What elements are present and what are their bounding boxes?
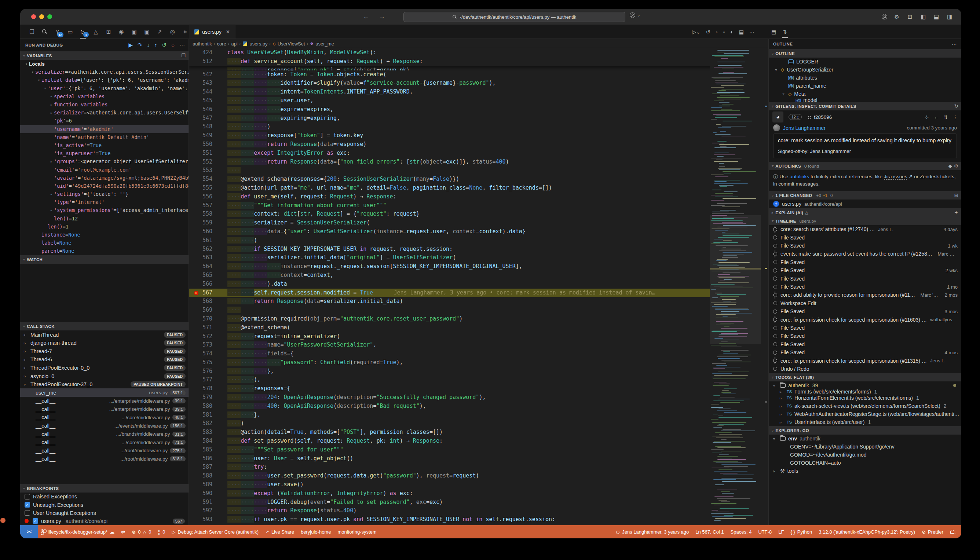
variable-row[interactable]: ▹'system_permissions' = ['access_admin_i… <box>20 206 188 214</box>
code-line[interactable]: 564················instance=request._req… <box>189 262 768 271</box>
editor-action-icon[interactable]: ⋯ <box>749 29 755 35</box>
line-number[interactable]: 563 <box>189 253 212 262</box>
call-stack-frame[interactable]: __call__.../root/middleware.py318:1 <box>20 455 188 463</box>
github-icon[interactable]: ◉ <box>118 28 125 36</box>
checkbox[interactable]: ✓ <box>25 502 30 508</box>
section-timeline[interactable]: ▿TIMELINE users.py <box>769 217 961 225</box>
section-autolinks[interactable]: ▿AUTOLINKS 0 found ◆ ⚙ <box>769 162 961 170</box>
section-breakpoints[interactable]: ▿BREAKPOINTS <box>20 484 188 493</box>
line-number[interactable]: 592 <box>189 507 212 515</box>
gitlens-graph-tab-icon[interactable]: ⇅ <box>783 29 787 35</box>
code-line[interactable]: 582····) <box>189 419 768 428</box>
line-number[interactable]: 569 <box>189 306 212 315</box>
history-forward-icon[interactable]: → <box>379 13 385 20</box>
variable-row[interactable]: 'avatar' = 'data:image/svg+xml;base64,PH… <box>20 174 188 182</box>
jira-issues-link[interactable]: Jira issues <box>884 174 907 180</box>
call-stack-thread[interactable]: ▹Thread-7PAUSED <box>20 347 188 355</box>
autolinks-link[interactable]: autolinks <box>790 174 809 179</box>
outline-item[interactable]: LOGGER <box>769 58 961 66</box>
line-number[interactable]: 585 <box>189 446 212 454</box>
call-stack-thread[interactable]: ▹asyncio_0PAUSED <box>20 372 188 380</box>
source-control-icon[interactable]: Y12 <box>54 28 61 36</box>
code-line[interactable]: 590········except (ValidationError, Inte… <box>189 489 768 498</box>
timeline-item[interactable]: File Saved1 mo <box>769 283 961 291</box>
line-number[interactable]: 593 <box>189 515 212 524</box>
statusbar-indentation[interactable]: Spaces: 4 <box>727 525 755 538</box>
line-number[interactable]: 547 <box>189 114 212 123</box>
code-line[interactable]: 551········except IntegrityError as exc: <box>189 149 768 158</box>
code-line[interactable]: 591············LOGGER.debug(event="Faile… <box>189 498 768 507</box>
outline-item[interactable]: [@]attributes <box>769 74 961 82</box>
code-line[interactable]: 568········return Response(data=serializ… <box>189 297 768 306</box>
continue-icon[interactable]: ▶ <box>128 42 133 48</box>
command-center-search[interactable]: ~/dev/authentik/authentik/core/api/users… <box>403 12 625 22</box>
code-line[interactable]: 549············response["token"] = token… <box>189 131 768 140</box>
code-line[interactable]: 563············serializer.initial_data["… <box>189 253 768 262</box>
code-line[interactable]: 584····def set_password(self, request: R… <box>189 437 768 446</box>
code-line[interactable]: 581········}, <box>189 411 768 420</box>
breadcrumb-item[interactable]: UserViewSet <box>278 41 305 47</box>
statusbar-beryjuio-home[interactable]: beryjuio-home <box>297 525 334 538</box>
account-icon[interactable] <box>882 14 887 20</box>
timeline-item[interactable]: core: fix permission check for scoped im… <box>769 357 961 365</box>
variable-row[interactable]: parent = None <box>20 247 188 255</box>
variable-row[interactable]: 'type' = 'internal' <box>20 198 188 206</box>
line-number[interactable]: 572 <box>189 332 212 341</box>
code-line[interactable]: 567········self.request.session.modified… <box>189 288 768 297</box>
variable-row[interactable]: ▿'user' = {'pk': 6, 'username': 'akadmin… <box>20 84 188 92</box>
line-number[interactable]: 584 <box>189 437 212 446</box>
remote-explorer-icon[interactable]: ▭ <box>67 28 74 36</box>
line-number[interactable]: 546 <box>189 105 212 114</box>
breakpoint-row[interactable]: ✓users.pyauthentik/core/api567 <box>20 517 188 525</box>
code-line[interactable]: 575················"password": CharField… <box>189 358 768 367</box>
timeline-item[interactable]: File Saved <box>769 340 961 348</box>
line-number[interactable]: 424 <box>189 48 212 57</box>
line-number[interactable]: 559 <box>189 218 212 227</box>
extension-box-icon[interactable]: ▣ <box>130 28 138 36</box>
changed-file-row[interactable]: ± users.py authentik/core/api <box>769 200 961 208</box>
env-row[interactable]: ▿envauthentik <box>769 435 961 443</box>
timeline-item[interactable]: events: make sure password set event has… <box>769 250 961 258</box>
line-number[interactable]: 568 <box>189 297 212 306</box>
variable-row[interactable]: ▹serializer = <authentik.core.api.users.… <box>20 108 188 117</box>
todo-file-row[interactable]: ▹TSHorizontalFormElement.ts (web/src/ele… <box>769 394 961 402</box>
code-line[interactable]: 543················identifier=slugify(va… <box>189 79 768 88</box>
line-number[interactable]: 552 <box>189 158 212 167</box>
section-gitlens[interactable]: ▿GITLENS: INSPECT: COMMIT DETAILS ↻ <box>769 102 961 110</box>
copilot-icon[interactable] <box>630 12 635 18</box>
code-line[interactable]: 550············return Response(data=resp… <box>189 140 768 149</box>
line-number[interactable]: 580 <box>189 402 212 411</box>
run-and-debug-icon[interactable]: ▷1 <box>79 28 87 36</box>
vertical-scrollbar[interactable] <box>761 48 768 525</box>
variable-row[interactable]: 'name' = 'authentik Default Admin' <box>20 133 188 141</box>
gitlens-logo-icon[interactable]: ◕ <box>772 112 783 122</box>
outline-item[interactable]: [@]parent_name <box>769 82 961 90</box>
line-number[interactable]: 589 <box>189 480 212 489</box>
disconnect-icon[interactable]: ◌ <box>171 42 175 48</box>
call-stack-thread[interactable]: ▹MainThreadPAUSED <box>20 330 188 339</box>
code-line[interactable]: 576············}, <box>189 367 768 376</box>
call-stack-frame[interactable]: user_meusers.py567:1 <box>20 388 188 397</box>
code-line[interactable]: 562········if SESSION_KEY_IMPERSONATE_US… <box>189 245 768 254</box>
code-line[interactable]: 571····@extend_schema( <box>189 323 768 332</box>
sparkle-icon[interactable]: ✦ <box>954 210 958 215</box>
view-options-icon[interactable]: ⊟ <box>954 193 958 198</box>
code-line[interactable]: 578········responses={ <box>189 384 768 393</box>
line-number[interactable]: 545 <box>189 97 212 105</box>
checkbox[interactable] <box>25 510 30 516</box>
variable-row[interactable]: label = None <box>20 239 188 247</box>
section-explain-ai[interactable]: ▹EXPLAIN (AI) △ ✦ <box>769 208 961 217</box>
line-number[interactable]: 587 <box>189 463 212 472</box>
call-stack-thread[interactable]: ▿ThreadPoolExecutor-37_0PAUSED ON BREAKP… <box>20 380 188 389</box>
code-editor[interactable]: authentik›core›api›users.py›◇UserViewSet… <box>189 39 768 525</box>
tools-row[interactable]: ▹⚒tools <box>769 467 961 475</box>
line-number[interactable]: 581 <box>189 411 212 420</box>
pin-icon[interactable]: ⊹ <box>925 114 928 120</box>
statusbar-live-share[interactable]: ↗Live Share <box>262 525 297 538</box>
variable-row[interactable]: 'username' = 'akadmin' <box>20 125 188 133</box>
code-line[interactable]: 572········request=inline_serializer( <box>189 332 768 341</box>
code-line[interactable]: 554····@extend_schema(responses={200: Se… <box>189 175 768 184</box>
variable-row[interactable]: ▿initial_data = {'user': {'pk': 6, 'user… <box>20 76 188 84</box>
line-number[interactable]: 556 <box>189 193 212 201</box>
statusbar-cursor-position[interactable]: Ln 567, Col 1 <box>692 525 727 538</box>
